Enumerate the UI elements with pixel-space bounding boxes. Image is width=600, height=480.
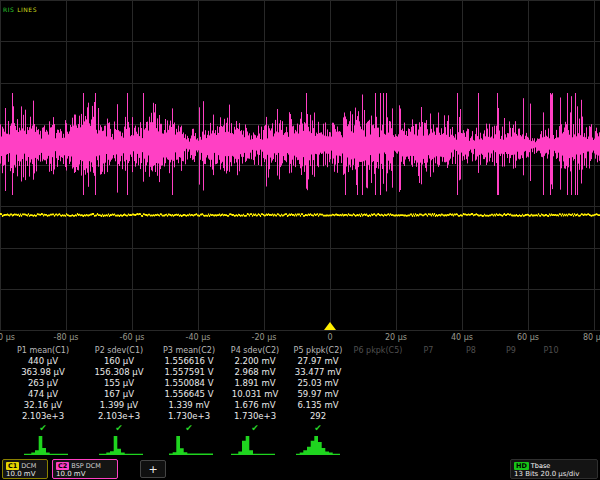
histicon-shape	[24, 436, 68, 455]
meas-cell	[451, 400, 491, 411]
channel-descriptor-c2[interactable]: C2 BSP DCM 10.0 mV	[52, 459, 118, 479]
time-label: 0	[327, 333, 332, 342]
meas-cell	[491, 356, 531, 367]
meas-cell: 59.97 mV	[286, 389, 350, 400]
meas-cell	[491, 411, 531, 422]
meas-cell: 1.557591 V	[154, 367, 224, 378]
tbase-scale: 20.0 µs/div	[541, 470, 580, 478]
meas-cell	[491, 367, 531, 378]
hd-badge: HD	[514, 462, 529, 470]
c1-scale: 10.0 mV	[6, 470, 44, 479]
meas-row: 474 µV167 µV1.556645 V10.031 mV59.97 mV	[0, 389, 600, 400]
time-label: 20 µs	[385, 333, 407, 342]
top-status-left: RIS	[3, 6, 14, 13]
tbase-label: Tbase	[531, 462, 550, 470]
c1-coupling: DCM	[21, 462, 36, 470]
histicon-p5[interactable]	[296, 435, 340, 455]
trigger-marker[interactable]	[324, 322, 336, 330]
meas-cell: 32.16 µV	[2, 400, 84, 411]
meas-header-p10[interactable]: P10	[531, 345, 571, 356]
meas-cell	[406, 356, 451, 367]
meas-cell	[531, 411, 571, 422]
meas-cell: 2.968 mV	[224, 367, 286, 378]
meas-cell: 1.676 mV	[224, 400, 286, 411]
meas-cell: 1.339 mV	[154, 400, 224, 411]
time-label: -60 µs	[120, 333, 145, 342]
meas-header-p7[interactable]: P7	[406, 345, 451, 356]
meas-cell: 33.477 mV	[286, 367, 350, 378]
time-label: -100 µs	[0, 333, 15, 342]
c1-badge: C1	[6, 462, 19, 470]
meas-cell: 363.98 µV	[2, 367, 84, 378]
meas-row: 440 µV160 µV1.556616 V2.200 mV27.97 mV	[0, 356, 600, 367]
meas-cell	[350, 378, 406, 389]
meas-cell: 2.200 mV	[224, 356, 286, 367]
meas-cell	[406, 367, 451, 378]
trace-c2	[1, 93, 600, 195]
meas-cell: 25.03 mV	[286, 378, 350, 389]
meas-header-p4[interactable]: P4 sdev(C2)	[224, 345, 286, 356]
meas-cell: 2.103e+3	[2, 411, 84, 422]
c2-scale: 10.0 mV	[56, 470, 114, 479]
meas-cell	[491, 400, 531, 411]
meas-cell	[491, 389, 531, 400]
meas-cell	[406, 378, 451, 389]
meas-header-p2[interactable]: P2 sdev(C1)	[84, 345, 154, 356]
meas-cell	[531, 400, 571, 411]
meas-header-row: P1 mean(C1)P2 sdev(C1)P3 mean(C2)P4 sdev…	[0, 345, 600, 356]
histicon-shape	[296, 436, 340, 455]
histicon-p2[interactable]	[99, 435, 143, 455]
trace-c1	[1, 213, 600, 217]
meas-header-p5[interactable]: P5 pkpk(C2)	[286, 345, 350, 356]
timebase-descriptor[interactable]: HD Tbase 13 Bits 20.0 µs/div	[510, 459, 598, 479]
meas-cell	[451, 389, 491, 400]
meas-header-p9[interactable]: P9	[491, 345, 531, 356]
histicon-p1[interactable]	[24, 435, 68, 455]
meas-cell: 155 µV	[84, 378, 154, 389]
meas-row: 263 µV155 µV1.550084 V1.891 mV25.03 mV	[0, 378, 600, 389]
tbase-bits: 13 Bits	[514, 470, 538, 478]
channel-descriptor-c1[interactable]: C1 DCM 10.0 mV	[2, 459, 48, 479]
meas-cell	[451, 411, 491, 422]
meas-cell: 6.135 mV	[286, 400, 350, 411]
meas-cell	[350, 411, 406, 422]
time-label: 60 µs	[517, 333, 539, 342]
top-status: RISLINES	[3, 6, 37, 13]
meas-cell: 156.308 µV	[84, 367, 154, 378]
meas-row: 32.16 µV1.399 µV1.339 mV1.676 mV6.135 mV	[0, 400, 600, 411]
meas-cell: 1.730e+3	[154, 411, 224, 422]
meas-cell	[406, 389, 451, 400]
meas-cell	[491, 378, 531, 389]
meas-header-p1[interactable]: P1 mean(C1)	[2, 345, 84, 356]
meas-cell: 160 µV	[84, 356, 154, 367]
meas-cell: 1.556616 V	[154, 356, 224, 367]
meas-cell: 10.031 mV	[224, 389, 286, 400]
meas-cell: 1.399 µV	[84, 400, 154, 411]
meas-header-p8[interactable]: P8	[451, 345, 491, 356]
meas-cell: 263 µV	[2, 378, 84, 389]
meas-cell: 2.103e+3	[84, 411, 154, 422]
top-status-right: LINES	[17, 6, 37, 13]
bottom-bar: C1 DCM 10.0 mV C2 BSP DCM 10.0 mV + HD T…	[0, 458, 600, 480]
time-axis: -100 µs-80 µs-60 µs-40 µs-20 µs020 µs40 …	[0, 330, 600, 345]
meas-cell: 440 µV	[2, 356, 84, 367]
histicon-p3[interactable]	[169, 435, 213, 455]
add-trace-button[interactable]: +	[140, 460, 166, 478]
meas-cell	[451, 356, 491, 367]
meas-header-p3[interactable]: P3 mean(C2)	[154, 345, 224, 356]
histicon-p4[interactable]	[231, 435, 275, 455]
meas-cell: 167 µV	[84, 389, 154, 400]
meas-cell	[406, 411, 451, 422]
meas-cell	[350, 356, 406, 367]
meas-cell	[531, 389, 571, 400]
meas-cell	[350, 400, 406, 411]
meas-cell	[406, 400, 451, 411]
meas-header-p6[interactable]: P6 pkpk(C5)	[350, 345, 406, 356]
c2-tags: BSP DCM	[71, 462, 101, 470]
meas-row: 2.103e+32.103e+31.730e+31.730e+3292	[0, 411, 600, 422]
measurement-table: P1 mean(C1)P2 sdev(C1)P3 mean(C2)P4 sdev…	[0, 345, 600, 434]
meas-cell: 1.891 mV	[224, 378, 286, 389]
time-label: -20 µs	[252, 333, 277, 342]
time-label: -80 µs	[54, 333, 79, 342]
histicon-shape	[99, 436, 143, 455]
